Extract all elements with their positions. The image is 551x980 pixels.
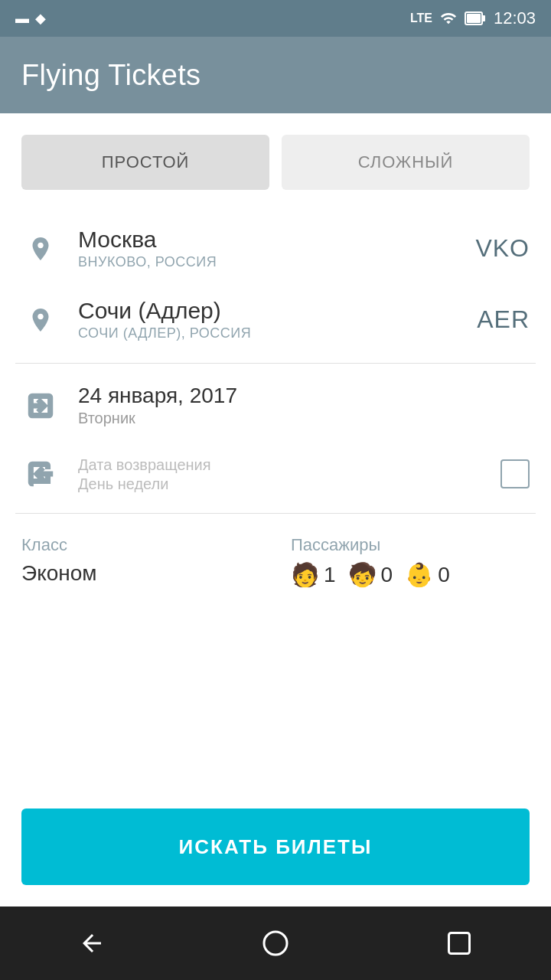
status-icons-left: ▬ ◆	[15, 10, 46, 27]
destination-code: AER	[477, 305, 530, 334]
destination-name: Сочи (Адлер)	[78, 298, 458, 324]
notification-icon: ◆	[35, 10, 46, 27]
departure-text: 24 января, 2017 Вторник	[78, 384, 530, 427]
origin-section: Москва ВНУКОВО, РОССИЯ VKO Сочи (Адлер) …	[0, 205, 551, 363]
child-count: 0	[381, 563, 393, 587]
tab-simple[interactable]: ПРОСТОЙ	[21, 135, 269, 190]
tab-row: ПРОСТОЙ СЛОЖНЫЙ	[0, 113, 551, 205]
date-section: 24 января, 2017 Вторник Дата возвращения…	[0, 364, 551, 513]
passengers-group[interactable]: Пассажиры 🧑 1 🧒 0 👶 0	[291, 535, 530, 588]
child-group: 🧒 0	[348, 561, 393, 588]
recents-button[interactable]	[429, 913, 490, 974]
origin-code: VKO	[475, 234, 530, 263]
svg-rect-2	[467, 14, 481, 23]
lte-icon: LTE	[410, 11, 432, 25]
svg-rect-1	[482, 15, 485, 21]
return-row[interactable]: Дата возвращения День недели	[0, 441, 551, 507]
tab-complex[interactable]: СЛОЖНЫЙ	[282, 135, 530, 190]
departure-row[interactable]: 24 января, 2017 Вторник	[0, 370, 551, 441]
adult-count: 1	[324, 563, 336, 587]
back-button[interactable]	[61, 913, 122, 974]
departure-icon	[21, 391, 60, 420]
origin-row[interactable]: Москва ВНУКОВО, РОССИЯ VKO	[0, 213, 551, 284]
return-checkbox[interactable]	[500, 459, 530, 488]
bottom-nav	[0, 906, 551, 980]
passengers-label: Пассажиры	[291, 535, 530, 555]
class-label: Класс	[21, 535, 260, 555]
origin-text: Москва ВНУКОВО, РОССИЯ	[78, 227, 457, 270]
return-text: Дата возвращения День недели	[78, 455, 482, 493]
app-title: Flying Tickets	[21, 59, 201, 92]
class-value: Эконом	[21, 561, 260, 586]
signal-icon	[440, 10, 457, 27]
origin-pin-icon	[21, 235, 60, 263]
search-button[interactable]: ИСКАТЬ БИЛЕТЫ	[21, 808, 530, 885]
return-date-placeholder: Дата возвращения	[78, 456, 482, 474]
battery-icon	[465, 10, 486, 27]
passengers-row: 🧑 1 🧒 0 👶 0	[291, 561, 530, 588]
destination-row[interactable]: Сочи (Адлер) СОЧИ (АДЛЕР), РОССИЯ AER	[0, 284, 551, 355]
status-bar: ▬ ◆ LTE 12:03	[0, 0, 551, 37]
infant-count: 0	[438, 563, 450, 587]
destination-text: Сочи (Адлер) СОЧИ (АДЛЕР), РОССИЯ	[78, 298, 458, 341]
app-bar: Flying Tickets	[0, 37, 551, 113]
home-button[interactable]	[245, 913, 306, 974]
return-day-placeholder: День недели	[78, 475, 482, 493]
class-group[interactable]: Класс Эконом	[21, 535, 260, 588]
child-icon: 🧒	[348, 561, 377, 588]
departure-date: 24 января, 2017	[78, 384, 530, 408]
adult-group: 🧑 1	[291, 561, 336, 588]
departure-day: Вторник	[78, 410, 530, 427]
clock: 12:03	[494, 8, 536, 28]
infant-icon: 👶	[405, 561, 433, 588]
origin-name: Москва	[78, 227, 457, 253]
svg-point-3	[264, 932, 287, 955]
adult-icon: 🧑	[291, 561, 319, 588]
options-section: Класс Эконом Пассажиры 🧑 1 🧒 0	[0, 514, 551, 603]
destination-sub: СОЧИ (АДЛЕР), РОССИЯ	[78, 325, 458, 341]
origin-sub: ВНУКОВО, РОССИЯ	[78, 254, 457, 270]
destination-pin-icon	[21, 306, 60, 334]
sim-icon: ▬	[15, 11, 29, 27]
svg-rect-4	[449, 933, 470, 954]
search-btn-container: ИСКАТЬ БИЛЕТЫ	[0, 793, 551, 906]
infant-group: 👶 0	[405, 561, 450, 588]
main-content: ПРОСТОЙ СЛОЖНЫЙ Москва ВНУКОВО, РОССИЯ V…	[0, 113, 551, 906]
return-icon	[21, 459, 60, 488]
